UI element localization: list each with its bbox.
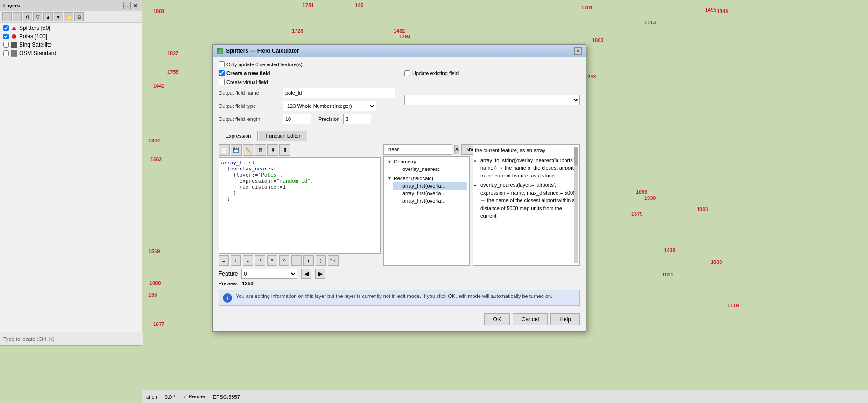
output-field-name-input[interactable] [283,88,395,98]
op-lparen-btn[interactable]: ( [303,255,314,266]
output-field-length-label: Output field length [219,116,279,122]
map-label: 1793 [399,34,410,39]
existing-field-select[interactable] [404,95,580,105]
create-field-section: Create a new field Create virtual field … [219,70,395,127]
export-expression-btn[interactable]: ⬆ [279,144,290,156]
layer-osm-name: OSM Standard [19,50,56,57]
remove-layer-btn[interactable]: − [13,12,22,21]
only-update-label[interactable]: Only update 0 selected feature(s) [219,61,303,67]
tab-function-editor[interactable]: Function Editor [259,131,307,141]
map-label: 1088 [149,280,161,286]
op-rparen-btn[interactable]: ) [316,255,326,266]
help-button[interactable]: Help [550,313,580,325]
map-label: 1031 [662,272,673,277]
layer-splitters-checkbox[interactable] [3,25,9,31]
expand-all-btn[interactable]: ⊞ [74,12,84,21]
map-label: 1462 [394,28,405,34]
update-existing-label[interactable]: Update existing field [404,70,459,76]
function-search-clear-btn[interactable]: ✕ [454,145,459,154]
tree-leaf-recent-2[interactable]: array_first(overla... [393,190,467,197]
feature-prev-btn[interactable]: ◀ [301,269,311,279]
feature-label: Feature [219,270,238,277]
cancel-button[interactable]: Cancel [513,313,548,325]
layer-item-osm[interactable]: OSM Standard [1,49,141,57]
save-expression-btn[interactable]: 💾 [231,144,242,156]
field-options-section: Create a new field Create virtual field … [219,70,580,127]
output-field-length-input[interactable] [283,114,311,124]
layer-item-bing[interactable]: Bing Satellite [1,41,141,49]
expression-editor[interactable]: array_first (overlay_nearest (layer:='Po… [219,157,381,254]
map-label: 1677 [153,321,164,327]
map-label: 1063 [592,37,603,43]
add-layer-btn[interactable]: + [2,12,12,21]
op-newline-btn[interactable]: '\n' [328,255,339,266]
layer-poles-checkbox[interactable] [3,34,9,39]
layers-close-btn[interactable]: ✕ [132,2,139,9]
output-field-type-select[interactable]: 123 Whole Number (integer) [283,101,376,111]
op-minus-btn[interactable]: - [243,255,253,266]
info-bar: i You are editing information on this la… [219,290,580,306]
tree-group-recent-header[interactable]: ▼ Recent (fieldcalc) [386,175,467,182]
create-virtual-checkbox[interactable] [219,79,225,85]
tree-leaf-recent-3[interactable]: array_first(overla... [393,197,467,205]
create-virtual-row: Create virtual field [219,79,395,85]
tree-group-geometry-header[interactable]: ▼ Geometry [386,158,467,165]
map-label: 1838 [711,259,722,265]
update-existing-checkbox[interactable] [404,70,410,76]
edit-expression-btn[interactable]: ✏️ [243,144,254,156]
ok-button[interactable]: OK [484,313,510,325]
feature-row: Feature 0 ◀ ▶ [219,269,580,279]
import-expression-btn[interactable]: ⬇ [267,144,278,156]
tree-leaf-overlay-nearest[interactable]: overlay_nearest [393,165,467,173]
map-label: 1394 [148,138,160,143]
only-update-checkbox[interactable] [219,61,225,67]
map-label: 1379 [631,211,642,217]
layers-titlebar: Layers — ✕ [0,0,142,11]
op-multiply-btn[interactable]: * [267,255,277,266]
help-scrollbar-track[interactable] [574,147,578,263]
op-power-btn[interactable]: ^ [279,255,289,266]
layer-item-poles[interactable]: Poles [100] [1,32,141,41]
help-scrollbar-thumb[interactable] [574,147,578,165]
op-plus-btn[interactable]: + [231,255,241,266]
create-new-field-checkbox[interactable] [219,70,225,76]
create-virtual-label[interactable]: Create virtual field [219,79,268,85]
op-divide-btn[interactable]: / [255,255,265,266]
function-tree: ▼ Geometry overlay_nearest ▼ Recent (fie… [383,156,470,266]
create-new-field-label[interactable]: Create a new field [219,70,270,76]
move-layer-down-btn[interactable]: ▼ [54,12,63,21]
op-equals-btn[interactable]: = [219,255,229,266]
tab-expression[interactable]: Expression [219,131,258,141]
output-field-name-label: Output field name [219,90,279,96]
function-search-input[interactable] [383,144,452,155]
function-search-row: ✕ Show Help [383,144,470,155]
open-layer-properties-btn[interactable]: ⚙ [23,12,32,21]
op-concat-btn[interactable]: || [291,255,302,266]
info-icon: i [223,293,232,303]
help-content: the current feature, as an array array_t… [475,147,578,263]
layers-minimize-btn[interactable]: — [123,2,131,9]
layer-osm-checkbox[interactable] [3,50,9,56]
add-group-btn[interactable]: 📁 [64,12,73,21]
dialog-close-btn[interactable]: ✕ [574,47,582,55]
map-label: 1253 [585,74,596,79]
precision-input[interactable] [343,114,371,124]
layers-title: Layers [3,3,20,8]
feature-select[interactable]: 0 [241,269,297,279]
filter-layer-btn[interactable]: ▽ [33,12,42,21]
feature-next-btn[interactable]: ▶ [315,269,325,279]
locate-placeholder: Type to locate (Ctrl+K) [3,336,55,342]
tree-leaf-recent-1[interactable]: array_first(overla... [393,182,467,190]
map-label: 1755 [167,69,178,75]
new-expression-btn[interactable]: 📄 [219,144,230,156]
svg-marker-0 [12,26,16,30]
status-crs: EPSG:3857 [213,394,240,400]
move-layer-up-btn[interactable]: ▲ [43,12,53,21]
tree-geometry-children: overlay_nearest [386,165,467,173]
operator-buttons: = + - / * ^ || ( ) '\n' [219,255,381,266]
layer-splitters-icon [11,25,17,31]
layer-bing-checkbox[interactable] [3,42,9,48]
layer-item-splitters[interactable]: Splitters [50] [1,24,141,32]
locate-bar: Type to locate (Ctrl+K) [0,332,143,345]
delete-expression-btn[interactable]: 🗑 [255,144,266,156]
